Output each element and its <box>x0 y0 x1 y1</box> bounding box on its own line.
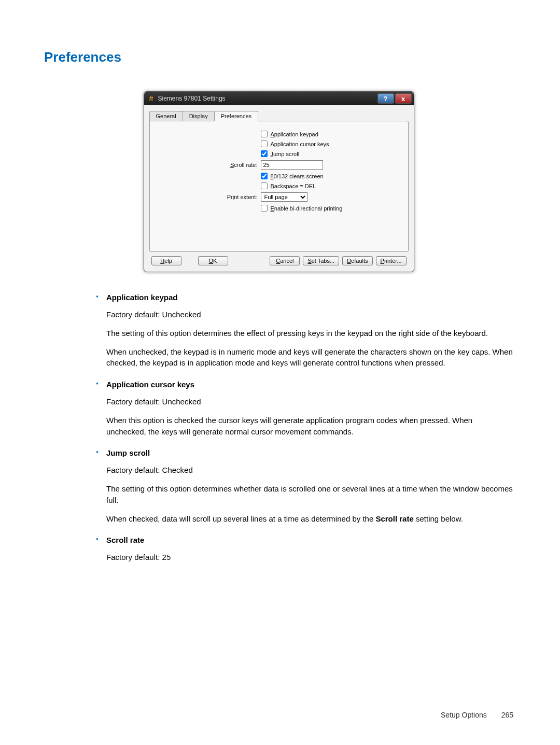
screenshot-wrap: ft Siemens 97801 Settings ? x General Di… <box>44 91 513 272</box>
scroll-rate-label: Scroll rate: <box>157 162 261 168</box>
item-para: The setting of this option determines th… <box>106 328 513 339</box>
set-tabs-button[interactable]: Set Tabs... <box>303 256 339 265</box>
clears-screen-label: 80/132 clears screen <box>271 173 324 179</box>
checkbox-app-cursor[interactable]: Application cursor keys <box>261 140 401 147</box>
item-para: The setting of this option determines wh… <box>106 483 513 506</box>
page-footer: Setup Options 265 <box>441 711 513 719</box>
page-number: 265 <box>501 711 513 719</box>
tab-display[interactable]: Display <box>183 111 215 121</box>
item-para: When checked, data will scroll up severa… <box>106 513 513 525</box>
checkbox-clears-screen[interactable]: 80/132 clears screen <box>261 173 401 179</box>
tab-preferences[interactable]: Preferences <box>214 111 258 121</box>
jump-scroll-label: Jump scroll <box>271 151 300 157</box>
tab-pane: Application keypad Application cursor ke… <box>149 121 409 252</box>
checkbox-backspace-del[interactable]: Backspace = DEL <box>261 182 401 189</box>
cancel-button[interactable]: Cancel <box>270 256 300 265</box>
list-item: Application keypad Factory default: Unch… <box>96 293 513 369</box>
bidir-print-input[interactable] <box>261 205 268 212</box>
app-icon: ft <box>147 94 156 103</box>
item-para: When this option is checked the cursor k… <box>106 415 513 438</box>
printer-button[interactable]: Printer... <box>376 256 407 265</box>
list-item: Scroll rate Factory default: 25 <box>96 536 513 563</box>
item-para: When unchecked, the keypad is in numeric… <box>106 346 513 369</box>
app-cursor-input[interactable] <box>261 140 268 147</box>
jump-scroll-input[interactable] <box>261 150 268 157</box>
checkbox-jump-scroll[interactable]: Jump scroll <box>261 150 401 157</box>
app-keypad-input[interactable] <box>261 131 268 137</box>
list-item: Jump scroll Factory default: Checked The… <box>96 448 513 524</box>
section-title: Preferences <box>44 49 513 65</box>
app-cursor-label: Application cursor keys <box>271 141 329 147</box>
tab-general[interactable]: General <box>149 111 183 121</box>
close-icon[interactable]: x <box>395 93 412 104</box>
ok-button[interactable]: OK <box>198 256 228 265</box>
help-button[interactable]: Help <box>151 256 181 265</box>
window-title: Siemens 97801 Settings <box>158 95 376 102</box>
dialog-button-row: Help OK Cancel Set Tabs... Defaults Prin… <box>149 252 409 269</box>
item-title: Scroll rate <box>106 536 513 544</box>
tab-strip: General Display Preferences <box>149 111 409 121</box>
item-title: Application cursor keys <box>106 380 513 389</box>
defaults-button[interactable]: Defaults <box>342 256 372 265</box>
item-title: Jump scroll <box>106 448 513 457</box>
option-list: Application keypad Factory default: Unch… <box>96 293 513 563</box>
item-para: Factory default: Checked <box>106 465 513 476</box>
settings-dialog: ft Siemens 97801 Settings ? x General Di… <box>144 91 414 272</box>
checkbox-app-keypad[interactable]: Application keypad <box>261 131 401 137</box>
scroll-rate-input[interactable] <box>261 160 323 170</box>
app-keypad-label: Application keypad <box>271 131 318 137</box>
titlebar-help-button[interactable]: ? <box>377 93 394 104</box>
item-para: Factory default: Unchecked <box>106 396 513 407</box>
backspace-del-label: Backspace = DEL <box>271 183 316 189</box>
item-para: Factory default: Unchecked <box>106 309 513 320</box>
item-title: Application keypad <box>106 293 513 302</box>
clears-screen-input[interactable] <box>261 173 268 179</box>
titlebar: ft Siemens 97801 Settings ? x <box>144 92 414 105</box>
list-item: Application cursor keys Factory default:… <box>96 380 513 437</box>
print-extent-select[interactable]: Full page <box>261 192 307 202</box>
bidir-print-label: Enable bi-directional printing <box>271 205 343 212</box>
checkbox-bidir-print[interactable]: Enable bi-directional printing <box>261 205 401 212</box>
item-para: Factory default: 25 <box>106 552 513 563</box>
backspace-del-input[interactable] <box>261 182 268 189</box>
footer-label: Setup Options <box>441 711 487 719</box>
print-extent-label: Print extent: <box>157 194 261 200</box>
